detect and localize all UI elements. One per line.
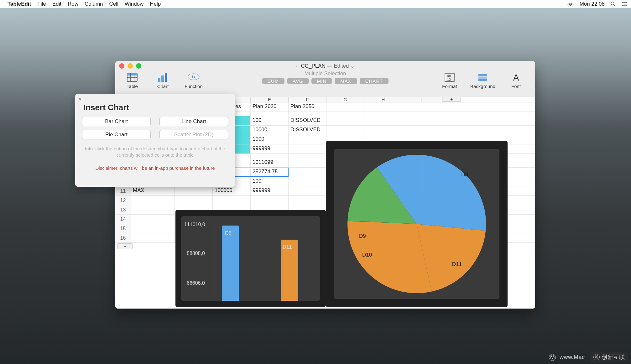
row-14[interactable]: 14 — [115, 215, 131, 224]
row-12[interactable]: 12 — [115, 196, 131, 205]
col-e[interactable]: E — [251, 97, 289, 102]
bar-chart-panel[interactable]: 111010,0 88808,0 66606,0 D8 D11 — [175, 210, 326, 307]
bar-chart-button[interactable]: Bar Chart — [82, 117, 151, 126]
menu-edit[interactable]: Edit — [52, 1, 61, 7]
title-chevron-icon[interactable]: ⌄ — [350, 63, 355, 69]
menubar-clock[interactable]: Mon 22:08 — [580, 1, 605, 7]
table-icon — [127, 72, 138, 83]
svg-rect-19 — [478, 77, 487, 79]
svg-rect-6 — [127, 73, 137, 75]
bar-label-d11: D11 — [283, 244, 292, 250]
close-icon[interactable]: × — [78, 96, 81, 102]
add-column-button[interactable]: + — [442, 97, 461, 102]
cell-e5[interactable]: 1000 — [251, 135, 289, 144]
pill-avg[interactable]: AVG — [287, 78, 309, 84]
row-11[interactable]: 11 — [115, 186, 131, 195]
pie-label-d8: D8 — [461, 172, 468, 178]
menu-column[interactable]: Column — [85, 1, 103, 7]
document-status: — Edited — [327, 63, 349, 69]
add-row-button[interactable]: + — [117, 243, 133, 249]
svg-rect-20 — [478, 79, 487, 81]
toolbar-font-button[interactable]: A Font — [503, 72, 529, 89]
pie-chart-panel[interactable]: D8 D9 D10 D11 — [326, 141, 508, 307]
svg-rect-18 — [478, 74, 487, 76]
document-name[interactable]: CC_PLAN — [301, 63, 325, 69]
y-tick: 88808,0 — [187, 251, 205, 256]
pie-label-d9: D9 — [359, 233, 366, 239]
toolbar: Table Chart fx Function Multiple Selecti… — [115, 70, 535, 94]
cell-f3[interactable]: DISSOLVED — [289, 116, 326, 125]
pie-chart: D8 D9 D10 D11 — [334, 149, 499, 299]
cell-e11[interactable]: 999999 — [251, 186, 289, 195]
cell-e4[interactable]: 10000 — [251, 126, 289, 135]
watermark: M www.Mac ✕ 创新互联 — [549, 352, 628, 362]
cell-d11[interactable]: 100000 — [213, 186, 251, 195]
toolbar-background-button[interactable]: Background — [469, 72, 496, 89]
toolbar-format-label: Format — [442, 84, 457, 89]
row-16[interactable]: 16 — [115, 233, 131, 242]
cell[interactable]: Plan 2020 — [251, 102, 289, 112]
wifi-icon[interactable] — [567, 2, 574, 7]
menu-help[interactable]: Help — [150, 1, 161, 7]
menu-window[interactable]: Window — [125, 1, 143, 7]
titlebar[interactable]: ▫ CC_PLAN — Edited ⌄ — [115, 61, 535, 70]
menu-row[interactable]: Row — [68, 1, 78, 7]
svg-rect-11 — [161, 75, 164, 82]
col-h[interactable]: H — [364, 97, 402, 102]
svg-text:12: 12 — [447, 78, 451, 81]
cell[interactable]: Plan 2050 — [289, 102, 326, 112]
toolbar-table-button[interactable]: Table — [121, 72, 143, 89]
cell-e9[interactable]: 252774,75 — [251, 168, 289, 177]
svg-line-1 — [614, 5, 615, 6]
cell-e10[interactable]: 100 — [251, 177, 289, 186]
cell-f4[interactable]: DISSOLVED — [289, 126, 326, 135]
col-f[interactable]: F — [289, 97, 326, 102]
window-title: ▫ CC_PLAN — Edited ⌄ — [115, 63, 535, 69]
cell-e3[interactable]: 100 — [251, 116, 289, 125]
y-tick: 111010,0 — [184, 222, 205, 227]
menu-file[interactable]: File — [37, 1, 46, 7]
menu-extras-icon[interactable] — [622, 2, 628, 7]
toolbar-chart-button[interactable]: Chart — [152, 72, 174, 89]
row-15[interactable]: 15 — [115, 224, 131, 233]
toolbar-function-label: Function — [185, 84, 203, 89]
bar-label-d8: D8 — [225, 231, 231, 236]
bar-d8 — [222, 226, 239, 301]
font-icon: A — [511, 72, 521, 83]
svg-text:A: A — [513, 73, 519, 82]
spotlight-icon[interactable] — [610, 1, 616, 7]
svg-rect-12 — [165, 73, 167, 82]
bar-chart-icon — [157, 72, 169, 83]
popover-disclaimer: Disclaimer: charts will be an in-app pur… — [82, 165, 228, 171]
menu-cell[interactable]: Cell — [109, 1, 118, 7]
insert-chart-popover: × Insert Chart Bar Chart Line Chart Pie … — [75, 94, 235, 187]
cell-e8[interactable]: 1011099 — [251, 158, 289, 167]
col-g[interactable]: G — [326, 97, 364, 102]
toolbar-background-label: Background — [470, 84, 495, 89]
cell-e6[interactable]: 999999 — [251, 144, 289, 153]
app-name[interactable]: TableEdit — [8, 1, 31, 7]
popover-info: Info: click the button of the desired ch… — [82, 146, 228, 159]
line-chart-button[interactable]: Line Chart — [159, 117, 228, 126]
pie-chart-button[interactable]: Pie Chart — [82, 130, 151, 139]
toolbar-format-button[interactable]: ab12 Format — [436, 72, 463, 89]
toolbar-chart-label: Chart — [157, 84, 169, 89]
popover-title: Insert Chart — [83, 103, 228, 112]
pill-sum[interactable]: SUM — [262, 78, 284, 84]
function-icon: fx — [187, 72, 200, 83]
pill-chart[interactable]: CHART — [360, 78, 389, 84]
cell-b11[interactable]: MAX — [131, 186, 175, 195]
scatter-plot-button[interactable]: Scatter Plot (2D) — [159, 130, 228, 139]
svg-text:fx: fx — [192, 74, 196, 79]
col-i[interactable]: I — [402, 97, 440, 102]
document-icon: ▫ — [296, 63, 298, 69]
row-13[interactable]: 13 — [115, 205, 131, 214]
toolbar-function-button[interactable]: fx Function — [182, 72, 205, 89]
pill-min[interactable]: MIN — [311, 78, 332, 84]
background-icon — [477, 72, 488, 83]
toolbar-font-label: Font — [511, 84, 521, 89]
svg-text:ab: ab — [447, 74, 451, 78]
bar-chart: 111010,0 88808,0 66606,0 D8 D11 — [181, 216, 320, 301]
selection-label: Multiple Selection — [247, 70, 404, 77]
pill-max[interactable]: MAX — [335, 78, 357, 84]
